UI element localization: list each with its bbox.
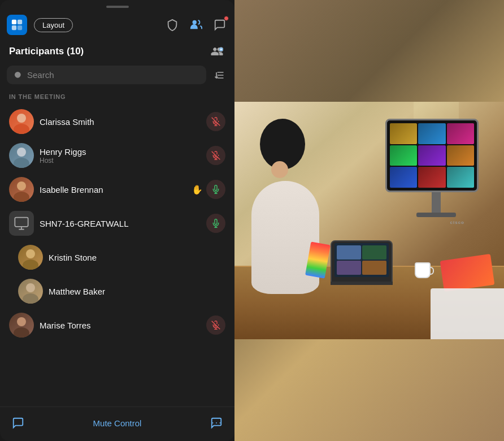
participant-actions: [206, 112, 225, 131]
mute-button[interactable]: [206, 146, 225, 165]
participant-name: SHN7-16-GREATWALL: [40, 219, 201, 228]
svg-rect-0: [12, 20, 16, 24]
participant-name: Henry Riggs: [40, 147, 201, 157]
svg-point-25: [14, 192, 29, 202]
participant-info: Clarissa Smith: [40, 117, 201, 127]
svg-rect-3: [18, 25, 22, 30]
participant-info: Kristin Stone: [49, 253, 225, 262]
svg-point-33: [26, 249, 35, 258]
svg-rect-1: [18, 20, 22, 24]
avatar: [9, 143, 34, 168]
svg-point-8: [15, 72, 21, 78]
chat-icon[interactable]: [212, 17, 228, 33]
participant-name: Kristin Stone: [49, 253, 225, 262]
participant-name: Matthew Baker: [49, 287, 225, 296]
drag-handle[interactable]: [106, 6, 129, 8]
participants-active-icon[interactable]: [188, 17, 204, 33]
avatar: [18, 279, 43, 304]
avatar: [9, 313, 34, 338]
add-participant-button[interactable]: [208, 43, 225, 60]
search-input[interactable]: [27, 70, 199, 80]
search-input-wrap[interactable]: [7, 66, 206, 84]
search-container: [0, 66, 234, 91]
participant-item[interactable]: SHN7-16-GREATWALL: [5, 206, 230, 240]
svg-point-44: [212, 422, 214, 423]
participant-item[interactable]: Isabelle Brennan ✋: [5, 172, 230, 206]
participant-name: Isabelle Brennan: [40, 185, 186, 194]
svg-rect-2: [12, 25, 16, 30]
shield-icon[interactable]: [164, 17, 180, 33]
participants-header: Participants (10): [0, 41, 234, 66]
svg-point-14: [17, 114, 26, 123]
search-icon: [14, 71, 23, 80]
avatar: [9, 177, 34, 202]
participant-actions: ✋: [192, 180, 225, 199]
hand-raised-icon: ✋: [192, 184, 203, 195]
svg-point-24: [17, 181, 26, 191]
svg-point-19: [17, 148, 26, 157]
svg-point-38: [14, 327, 29, 338]
svg-point-43: [220, 422, 221, 423]
participants-list: Clarissa Smith: [0, 105, 234, 407]
svg-point-35: [26, 283, 35, 292]
video-background: cisco: [234, 0, 504, 441]
svg-point-34: [23, 260, 38, 270]
mute-button[interactable]: [206, 315, 225, 335]
top-bar: Layout: [0, 11, 234, 41]
participant-info: Henry Riggs Host: [40, 147, 201, 165]
more-options-button[interactable]: [207, 414, 225, 432]
participants-title: Participants (10): [9, 46, 84, 57]
participant-item[interactable]: Marise Torres: [5, 308, 230, 342]
chat-bottom-icon[interactable]: [9, 414, 27, 432]
participant-info: SHN7-16-GREATWALL: [40, 219, 201, 228]
participant-info: Marise Torres: [40, 321, 201, 330]
sort-button[interactable]: [211, 67, 228, 84]
participant-actions: [206, 146, 225, 165]
participant-item[interactable]: Henry Riggs Host: [5, 139, 230, 172]
mute-button[interactable]: [206, 180, 225, 199]
participant-name: Clarissa Smith: [40, 117, 201, 127]
participant-info: Matthew Baker: [49, 287, 225, 296]
participant-info: Isabelle Brennan: [40, 185, 186, 194]
layout-button[interactable]: Layout: [34, 18, 73, 32]
participant-actions: [206, 315, 225, 335]
svg-point-4: [193, 20, 197, 24]
video-panel: cisco: [234, 0, 504, 441]
avatar: [18, 245, 43, 270]
notification-badge: [224, 16, 229, 21]
mute-button[interactable]: [206, 112, 225, 131]
top-icons: [164, 17, 228, 33]
mute-control-button[interactable]: Mute Control: [93, 418, 142, 428]
participant-role: Host: [40, 157, 201, 165]
svg-line-9: [20, 77, 21, 79]
svg-point-42: [216, 422, 217, 423]
room-scene: cisco: [234, 102, 504, 339]
participant-item[interactable]: Matthew Baker: [5, 274, 230, 308]
participant-item[interactable]: Kristin Stone: [5, 240, 230, 274]
svg-point-37: [17, 317, 26, 326]
participant-item[interactable]: Clarissa Smith: [5, 105, 230, 139]
svg-point-20: [14, 158, 29, 168]
bottom-bar: Mute Control: [0, 407, 234, 441]
participant-actions: [206, 214, 225, 233]
app-icon: [7, 15, 27, 35]
svg-point-36: [23, 293, 38, 304]
avatar: [9, 109, 34, 134]
in-meeting-label: IN THE MEETING: [0, 91, 234, 105]
participants-panel: Layout: [0, 0, 234, 441]
svg-point-15: [14, 124, 29, 134]
mute-button[interactable]: [206, 214, 225, 233]
participant-name: Marise Torres: [40, 321, 201, 330]
svg-rect-28: [15, 218, 28, 227]
avatar: [9, 211, 34, 236]
